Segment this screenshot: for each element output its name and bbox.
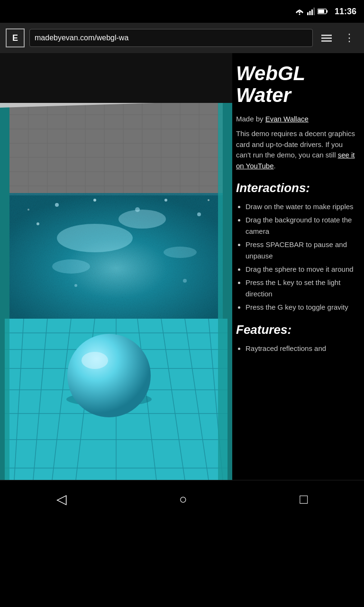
svg-point-39 [208, 199, 209, 201]
list-item: Press the G key to toggle gravity [246, 302, 356, 313]
nav-bar: ◁ ○ □ [0, 480, 364, 518]
made-by: Made by Evan Wallace [236, 115, 356, 123]
page-title: WebGL Water [236, 63, 356, 106]
recent-button[interactable]: □ [290, 487, 317, 512]
svg-point-34 [93, 199, 96, 202]
webgl-canvas[interactable] [0, 53, 232, 480]
menu-button[interactable]: ⋮ [340, 30, 358, 46]
author-link[interactable]: Evan Wallace [265, 115, 309, 123]
interactions-title: Interactions: [236, 181, 356, 195]
svg-point-38 [36, 222, 39, 225]
svg-point-64 [82, 352, 108, 369]
list-item: Press SPACEBAR to pause and unpause [246, 239, 356, 262]
svg-point-35 [135, 207, 140, 212]
status-icons: 11:36 [295, 7, 356, 17]
svg-point-29 [57, 224, 133, 252]
svg-point-63 [67, 334, 151, 417]
svg-rect-3 [311, 9, 313, 15]
browser-logo: E [6, 28, 25, 47]
svg-point-37 [197, 212, 201, 216]
svg-rect-4 [313, 8, 315, 15]
list-item: Raytraced reflections and [246, 343, 356, 354]
svg-point-42 [183, 279, 187, 283]
svg-point-36 [164, 199, 167, 202]
list-item: Draw on the water to make ripples [246, 201, 356, 212]
svg-point-30 [118, 210, 166, 229]
tabs-button[interactable] [318, 33, 336, 44]
svg-marker-61 [0, 101, 9, 480]
svg-rect-7 [318, 9, 324, 13]
svg-rect-6 [327, 10, 328, 12]
main-content: WebGL Water Made by Evan Wallace This de… [0, 53, 364, 480]
interactions-list: Draw on the water to make ripples Drag t… [236, 201, 356, 313]
svg-point-41 [74, 284, 77, 287]
signal-icon [307, 8, 315, 15]
svg-rect-2 [309, 11, 310, 15]
description-panel: WebGL Water Made by Evan Wallace This de… [232, 53, 364, 480]
svg-point-32 [164, 247, 197, 258]
svg-point-33 [55, 203, 59, 207]
status-bar: 11:36 [0, 0, 364, 23]
features-list: Raytraced reflections and [236, 343, 356, 354]
back-button[interactable]: ◁ [47, 487, 76, 512]
status-time: 11:36 [335, 7, 356, 17]
svg-point-31 [52, 259, 90, 274]
description-text: This demo requires a decent graphics car… [236, 129, 356, 171]
url-bar[interactable] [29, 29, 313, 47]
wifi-icon [295, 8, 304, 15]
list-item: Press the L key to set the light directi… [246, 277, 356, 300]
features-title: Features: [236, 322, 356, 337]
svg-marker-60 [218, 91, 232, 480]
battery-icon [318, 8, 328, 15]
list-item: Drag the background to rotate the camera [246, 214, 356, 237]
home-button[interactable]: ○ [170, 487, 197, 512]
svg-point-40 [27, 209, 29, 211]
browser-bar: E ⋮ [0, 23, 364, 53]
svg-rect-1 [307, 12, 309, 15]
svg-rect-66 [0, 53, 232, 103]
svg-point-0 [299, 14, 300, 15]
list-item: Drag the sphere to move it around [246, 264, 356, 275]
